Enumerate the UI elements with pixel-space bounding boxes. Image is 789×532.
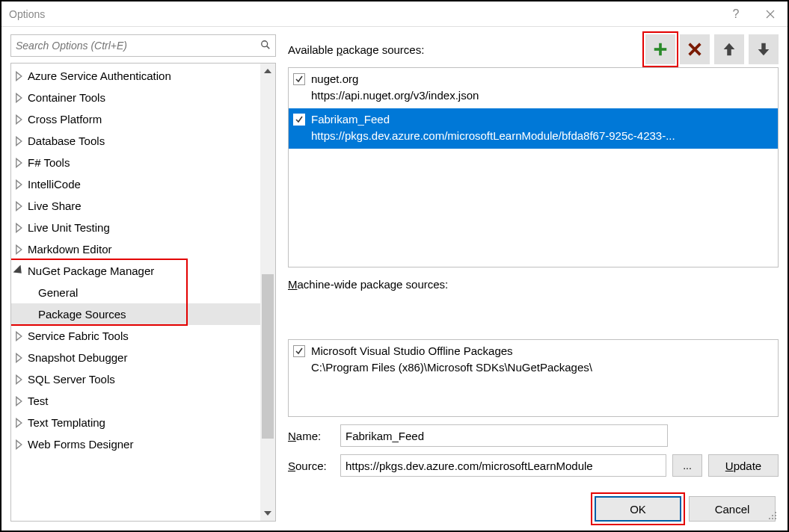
tree-scrollbar[interactable] xyxy=(260,64,275,521)
resize-grip-icon[interactable] xyxy=(767,510,777,520)
svg-point-4 xyxy=(775,512,776,513)
scroll-up-icon[interactable] xyxy=(262,65,274,77)
tree-item-azure-service-authentication[interactable]: Azure Service Authentication xyxy=(11,65,260,87)
window-title: Options xyxy=(9,8,719,20)
tree-item-markdown-editor[interactable]: Markdown Editor xyxy=(11,238,260,260)
source-checkbox[interactable] xyxy=(293,345,305,357)
source-row-fabrikam-feed[interactable]: Fabrikam_Feed https://pkgs.dev.azure.com… xyxy=(289,108,778,149)
ok-button[interactable]: OK xyxy=(595,496,681,522)
update-button[interactable]: Update xyxy=(708,454,779,477)
source-checkbox[interactable] xyxy=(293,114,305,126)
tree-item-test[interactable]: Test xyxy=(11,390,260,412)
source-name: Fabrikam_Feed xyxy=(311,111,773,128)
source-name: nuget.org xyxy=(311,71,773,87)
scroll-down-icon[interactable] xyxy=(262,507,274,519)
svg-point-8 xyxy=(772,518,773,519)
tree-item-general[interactable]: General xyxy=(11,282,260,303)
source-input[interactable] xyxy=(340,454,666,477)
svg-point-0 xyxy=(262,40,268,46)
source-url: https://api.nuget.org/v3/index.json xyxy=(311,87,773,104)
machine-sources-list[interactable]: Microsoft Visual Studio Offline Packages… xyxy=(288,339,779,417)
move-up-button[interactable] xyxy=(714,34,744,64)
svg-point-7 xyxy=(769,518,770,519)
remove-source-button[interactable] xyxy=(680,34,710,64)
name-row: Name: xyxy=(288,424,779,447)
tree-item-live-share[interactable]: Live Share xyxy=(11,195,260,217)
name-input[interactable] xyxy=(340,424,668,447)
move-down-button[interactable] xyxy=(749,34,779,64)
close-icon xyxy=(766,10,775,19)
left-panel: Azure Service Authentication Container T… xyxy=(10,34,276,522)
options-dialog: Options ? Azure Service Authentication C… xyxy=(0,0,789,532)
right-panel: Available package sources: xyxy=(288,34,779,522)
machine-label: Machine-wide package sources: xyxy=(288,278,779,333)
svg-point-9 xyxy=(775,518,776,519)
available-sources-list[interactable]: nuget.org https://api.nuget.org/v3/index… xyxy=(288,67,779,267)
search-icon xyxy=(260,40,271,52)
source-row-nuget-org[interactable]: nuget.org https://api.nuget.org/v3/index… xyxy=(289,68,778,108)
plus-icon xyxy=(652,41,669,58)
tree-item-package-sources[interactable]: Package Sources xyxy=(11,303,260,325)
tree-item-intellicode[interactable]: IntelliCode xyxy=(11,173,260,195)
available-header: Available package sources: xyxy=(288,34,779,64)
tree-item-container-tools[interactable]: Container Tools xyxy=(11,87,260,108)
tree-item-snapshot-debugger[interactable]: Snapshot Debugger xyxy=(11,347,260,368)
tree-item-sql-server-tools[interactable]: SQL Server Tools xyxy=(11,368,260,390)
help-button[interactable]: ? xyxy=(719,1,753,27)
browse-button[interactable]: ... xyxy=(672,454,702,477)
x-icon xyxy=(687,41,703,58)
tree-item-web-forms-designer[interactable]: Web Forms Designer xyxy=(11,433,260,455)
source-row: Source: ... Update xyxy=(288,454,779,477)
tree-item-cross-platform[interactable]: Cross Platform xyxy=(11,108,260,130)
svg-line-1 xyxy=(267,46,270,49)
cancel-button[interactable]: Cancel xyxy=(689,496,776,522)
search-box[interactable] xyxy=(10,34,276,57)
name-label: Name: xyxy=(288,430,334,442)
svg-point-5 xyxy=(772,515,773,516)
svg-rect-3 xyxy=(659,43,662,56)
source-label: Source: xyxy=(288,460,334,472)
source-url: C:\Program Files (x86)\Microsoft SDKs\Nu… xyxy=(311,359,773,376)
close-button[interactable] xyxy=(753,1,788,27)
tree-item-text-templating[interactable]: Text Templating xyxy=(11,412,260,433)
add-source-button[interactable] xyxy=(645,34,675,64)
search-input[interactable] xyxy=(16,40,260,52)
tree-item-database-tools[interactable]: Database Tools xyxy=(11,130,260,152)
options-tree: Azure Service Authentication Container T… xyxy=(10,63,276,522)
scrollbar-thumb[interactable] xyxy=(262,274,274,439)
arrow-up-icon xyxy=(721,41,737,58)
source-checkbox[interactable] xyxy=(293,73,305,85)
tree-item-nuget-package-manager[interactable]: NuGet Package Manager xyxy=(11,260,260,282)
dialog-buttons: OK Cancel xyxy=(288,496,779,522)
tree-item-fsharp-tools[interactable]: F# Tools xyxy=(11,152,260,173)
titlebar: Options ? xyxy=(1,1,788,27)
source-url: https://pkgs.dev.azure.com/microsoftLear… xyxy=(311,128,773,144)
tree-item-live-unit-testing[interactable]: Live Unit Testing xyxy=(11,217,260,238)
tree-item-service-fabric-tools[interactable]: Service Fabric Tools xyxy=(11,325,260,347)
svg-point-6 xyxy=(775,515,776,516)
dialog-content: Azure Service Authentication Container T… xyxy=(1,27,788,531)
available-label: Available package sources: xyxy=(288,43,645,56)
arrow-down-icon xyxy=(755,41,772,58)
source-name: Microsoft Visual Studio Offline Packages xyxy=(311,343,773,359)
source-row-offline-packages[interactable]: Microsoft Visual Studio Offline Packages… xyxy=(289,340,778,380)
